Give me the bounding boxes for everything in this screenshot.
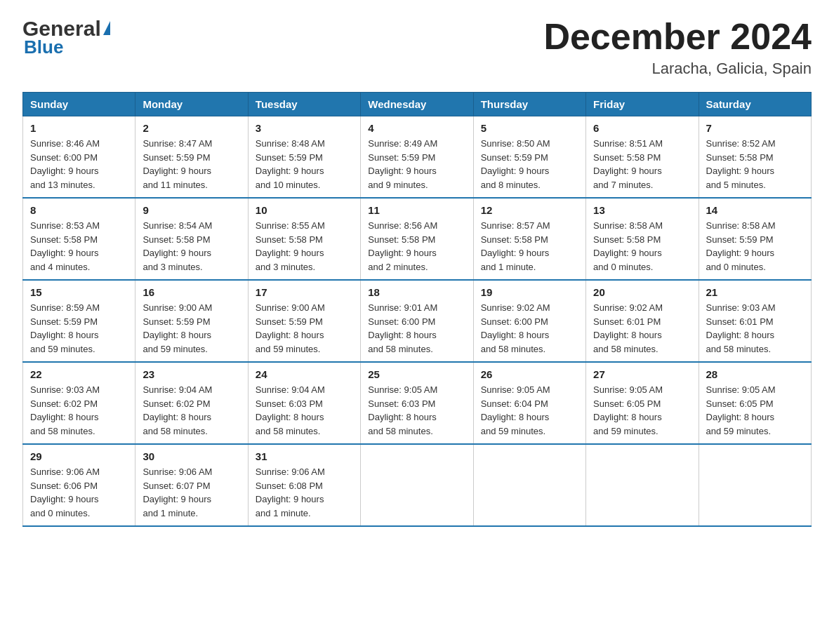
calendar-cell [473,444,585,526]
day-number: 23 [143,368,240,380]
page-header: General Blue December 2024 Laracha, Gali… [22,17,812,78]
day-number: 13 [593,204,691,216]
day-number: 7 [706,122,804,134]
day-number: 22 [30,368,128,380]
col-sunday: Sunday [23,93,135,116]
day-number: 21 [706,286,804,298]
calendar-cell: 10 Sunrise: 8:55 AMSunset: 5:58 PMDaylig… [248,198,360,280]
col-tuesday: Tuesday [248,93,360,116]
day-number: 18 [368,286,465,298]
day-number: 29 [30,450,128,462]
day-info: Sunrise: 9:00 AMSunset: 5:59 PMDaylight:… [143,302,212,354]
day-number: 8 [30,204,128,216]
col-thursday: Thursday [473,93,585,116]
col-saturday: Saturday [699,93,811,116]
day-number: 19 [481,286,578,298]
day-number: 20 [593,286,691,298]
day-info: Sunrise: 9:02 AMSunset: 6:00 PMDaylight:… [481,302,550,354]
week-row-1: 1 Sunrise: 8:46 AMSunset: 6:00 PMDayligh… [23,116,812,199]
logo: General Blue [22,17,110,58]
calendar-cell: 14 Sunrise: 8:58 AMSunset: 5:59 PMDaylig… [699,198,811,280]
calendar-cell: 7 Sunrise: 8:52 AMSunset: 5:58 PMDayligh… [699,116,811,199]
day-number: 10 [256,204,353,216]
day-info: Sunrise: 8:55 AMSunset: 5:58 PMDaylight:… [256,220,325,272]
day-info: Sunrise: 9:03 AMSunset: 6:01 PMDaylight:… [706,302,776,354]
col-wednesday: Wednesday [361,93,473,116]
calendar-cell: 12 Sunrise: 8:57 AMSunset: 5:58 PMDaylig… [473,198,585,280]
day-number: 5 [481,122,578,134]
day-number: 24 [256,368,353,380]
header-row: Sunday Monday Tuesday Wednesday Thursday… [23,93,812,116]
calendar-cell: 31 Sunrise: 9:06 AMSunset: 6:08 PMDaylig… [248,444,360,526]
day-info: Sunrise: 8:57 AMSunset: 5:58 PMDaylight:… [481,220,550,272]
calendar-cell: 1 Sunrise: 8:46 AMSunset: 6:00 PMDayligh… [23,116,135,199]
day-info: Sunrise: 8:50 AMSunset: 5:59 PMDaylight:… [481,138,550,190]
day-info: Sunrise: 8:47 AMSunset: 5:59 PMDaylight:… [143,138,212,190]
calendar-subtitle: Laracha, Galicia, Spain [543,60,812,78]
day-number: 27 [593,368,691,380]
day-info: Sunrise: 9:03 AMSunset: 6:02 PMDaylight:… [30,384,100,436]
day-info: Sunrise: 8:59 AMSunset: 5:59 PMDaylight:… [30,302,100,354]
calendar-cell: 29 Sunrise: 9:06 AMSunset: 6:06 PMDaylig… [23,444,135,526]
calendar-body: 1 Sunrise: 8:46 AMSunset: 6:00 PMDayligh… [23,116,812,527]
calendar-cell: 9 Sunrise: 8:54 AMSunset: 5:58 PMDayligh… [135,198,248,280]
title-block: December 2024 Laracha, Galicia, Spain [543,17,812,78]
calendar-cell: 5 Sunrise: 8:50 AMSunset: 5:59 PMDayligh… [473,116,585,199]
calendar-cell: 21 Sunrise: 9:03 AMSunset: 6:01 PMDaylig… [699,280,811,362]
calendar-cell: 23 Sunrise: 9:04 AMSunset: 6:02 PMDaylig… [135,362,248,444]
day-info: Sunrise: 9:05 AMSunset: 6:03 PMDaylight:… [368,384,437,436]
day-info: Sunrise: 8:54 AMSunset: 5:58 PMDaylight:… [143,220,212,272]
calendar-cell: 30 Sunrise: 9:06 AMSunset: 6:07 PMDaylig… [135,444,248,526]
day-info: Sunrise: 8:46 AMSunset: 6:00 PMDaylight:… [30,138,100,190]
day-number: 28 [706,368,804,380]
week-row-3: 15 Sunrise: 8:59 AMSunset: 5:59 PMDaylig… [23,280,812,362]
day-info: Sunrise: 8:58 AMSunset: 5:59 PMDaylight:… [706,220,776,272]
calendar-cell: 18 Sunrise: 9:01 AMSunset: 6:00 PMDaylig… [361,280,473,362]
calendar-cell: 8 Sunrise: 8:53 AMSunset: 5:58 PMDayligh… [23,198,135,280]
day-info: Sunrise: 8:49 AMSunset: 5:59 PMDaylight:… [368,138,437,190]
day-info: Sunrise: 8:52 AMSunset: 5:58 PMDaylight:… [706,138,776,190]
day-info: Sunrise: 8:53 AMSunset: 5:58 PMDaylight:… [30,220,100,272]
day-info: Sunrise: 9:05 AMSunset: 6:05 PMDaylight:… [593,384,663,436]
day-number: 3 [256,122,353,134]
day-number: 14 [706,204,804,216]
calendar-cell: 6 Sunrise: 8:51 AMSunset: 5:58 PMDayligh… [586,116,699,199]
calendar-cell: 24 Sunrise: 9:04 AMSunset: 6:03 PMDaylig… [248,362,360,444]
calendar-cell: 25 Sunrise: 9:05 AMSunset: 6:03 PMDaylig… [361,362,473,444]
calendar-cell [586,444,699,526]
week-row-2: 8 Sunrise: 8:53 AMSunset: 5:58 PMDayligh… [23,198,812,280]
col-monday: Monday [135,93,248,116]
day-info: Sunrise: 9:02 AMSunset: 6:01 PMDaylight:… [593,302,663,354]
day-info: Sunrise: 9:05 AMSunset: 6:04 PMDaylight:… [481,384,550,436]
logo-triangle-icon [103,21,110,35]
day-number: 16 [143,286,240,298]
day-number: 6 [593,122,691,134]
day-info: Sunrise: 8:56 AMSunset: 5:58 PMDaylight:… [368,220,437,272]
day-info: Sunrise: 9:04 AMSunset: 6:02 PMDaylight:… [143,384,212,436]
day-info: Sunrise: 9:01 AMSunset: 6:00 PMDaylight:… [368,302,437,354]
week-row-5: 29 Sunrise: 9:06 AMSunset: 6:06 PMDaylig… [23,444,812,526]
day-number: 26 [481,368,578,380]
calendar-cell [361,444,473,526]
week-row-4: 22 Sunrise: 9:03 AMSunset: 6:02 PMDaylig… [23,362,812,444]
day-info: Sunrise: 9:06 AMSunset: 6:06 PMDaylight:… [30,467,100,518]
calendar-cell: 26 Sunrise: 9:05 AMSunset: 6:04 PMDaylig… [473,362,585,444]
day-info: Sunrise: 8:51 AMSunset: 5:58 PMDaylight:… [593,138,663,190]
day-number: 15 [30,286,128,298]
calendar-cell: 4 Sunrise: 8:49 AMSunset: 5:59 PMDayligh… [361,116,473,199]
day-number: 25 [368,368,465,380]
calendar-cell: 15 Sunrise: 8:59 AMSunset: 5:59 PMDaylig… [23,280,135,362]
day-info: Sunrise: 9:00 AMSunset: 5:59 PMDaylight:… [256,302,325,354]
day-number: 4 [368,122,465,134]
day-number: 1 [30,122,128,134]
col-friday: Friday [586,93,699,116]
calendar-title: December 2024 [543,17,812,57]
day-info: Sunrise: 9:05 AMSunset: 6:05 PMDaylight:… [706,384,776,436]
day-info: Sunrise: 8:58 AMSunset: 5:58 PMDaylight:… [593,220,663,272]
calendar-cell: 13 Sunrise: 8:58 AMSunset: 5:58 PMDaylig… [586,198,699,280]
calendar-cell: 20 Sunrise: 9:02 AMSunset: 6:01 PMDaylig… [586,280,699,362]
day-info: Sunrise: 8:48 AMSunset: 5:59 PMDaylight:… [256,138,325,190]
calendar-cell: 27 Sunrise: 9:05 AMSunset: 6:05 PMDaylig… [586,362,699,444]
day-number: 11 [368,204,465,216]
day-number: 9 [143,204,240,216]
